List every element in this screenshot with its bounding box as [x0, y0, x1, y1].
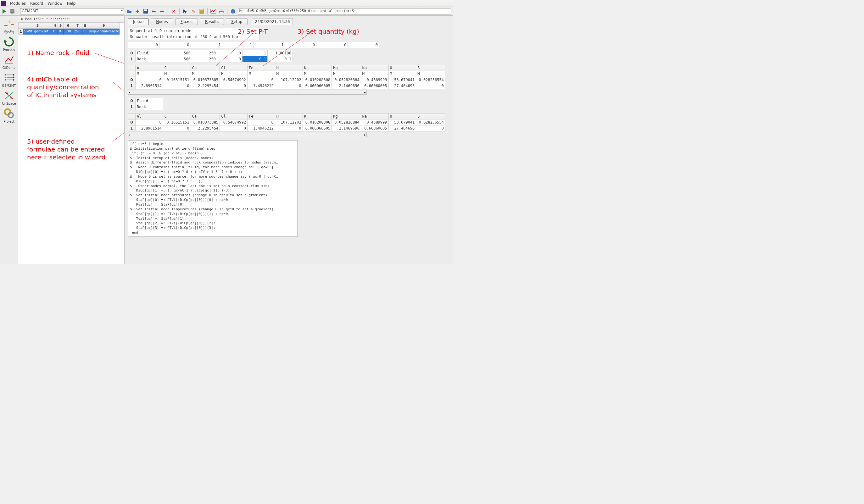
sidebar-label: Project: [3, 120, 14, 123]
separator: [179, 8, 180, 14]
svg-rect-18: [11, 24, 14, 25]
sidebar: SysEq Process GtDemo GEM2MT UnSpace Proj…: [0, 16, 18, 264]
toolbar: GEM2MT + ⬅ ➡ ✕ ✎ i Module5:G:SWB_ge: [0, 7, 453, 16]
add-icon[interactable]: +: [134, 8, 141, 15]
forward-icon[interactable]: ➡: [158, 8, 166, 15]
open-icon[interactable]: [126, 8, 133, 15]
separator: [168, 8, 168, 14]
horizontal-scrollbar[interactable]: ◂▸: [128, 90, 367, 95]
record-header: ✱ Module5:*:*:*:*:*:*:*:: [18, 16, 124, 23]
svg-rect-24: [5, 79, 6, 81]
svg-marker-29: [13, 76, 14, 78]
svg-rect-7: [200, 10, 203, 10]
content-area: 2) Set P-T 3) Set quantity (kg) Initial …: [124, 16, 453, 264]
menu-record[interactable]: Record: [28, 1, 45, 6]
scroll-right-arrow[interactable]: ▸: [364, 90, 366, 94]
chart-icon[interactable]: [210, 8, 217, 15]
svg-rect-17: [4, 25, 8, 26]
sidebar-item-process[interactable]: Process: [1, 36, 17, 53]
svg-rect-11: [220, 10, 223, 11]
svg-rect-5: [144, 10, 147, 11]
sidebar-item-gem2mt[interactable]: GEM2MT: [1, 71, 17, 89]
print-icon[interactable]: [218, 8, 225, 15]
script-box[interactable]: if( ct=0 ) begin $ Initialization part a…: [128, 140, 298, 237]
top-number-row[interactable]: 00111000: [128, 42, 379, 48]
record-panel: ✱ Module5:*:*:*:*:*:*:*: 3456789 1SWB_ge…: [18, 16, 124, 264]
filter-icon[interactable]: ✱: [20, 17, 24, 21]
tab-fluxes[interactable]: Fluxes: [175, 18, 198, 25]
menu-help[interactable]: Help: [65, 1, 77, 6]
delete-icon[interactable]: ✕: [170, 8, 177, 15]
separator: [227, 8, 227, 14]
fluid-rock-table[interactable]: 0Fluid500250011.001961Rock50025000.10.1: [128, 50, 293, 62]
run-icon[interactable]: [1, 8, 8, 15]
sidebar-label: UnSpace: [2, 102, 16, 105]
svg-rect-12: [220, 12, 223, 13]
sidebar-item-gtdemo[interactable]: GtDemo: [1, 53, 17, 71]
tab-results[interactable]: Results: [200, 18, 224, 25]
date-field: 24/03/2021, 13:36: [252, 18, 292, 25]
calculator-icon[interactable]: [198, 8, 205, 15]
sidebar-label: GtDemo: [2, 66, 15, 70]
svg-point-34: [10, 97, 12, 99]
record-columns: 3456789: [18, 23, 124, 29]
back-icon[interactable]: ⬅: [151, 8, 157, 15]
annotation-1: 1) Name rock - fluid: [27, 49, 89, 57]
pointer-icon[interactable]: [182, 8, 189, 15]
svg-rect-23: [5, 77, 6, 78]
svg-point-33: [6, 93, 8, 94]
record-header-label: Module5:*:*:*:*:*:*:*:: [25, 17, 71, 21]
fluid-rock-names-table[interactable]: 0Fluid1Rock: [128, 98, 164, 110]
svg-marker-28: [13, 74, 14, 76]
info-icon[interactable]: i: [230, 8, 237, 15]
tabbar: Initial Nodes Fluxes Results Setup 24/03…: [124, 16, 453, 25]
sidebar-label: SysEq: [4, 30, 13, 34]
svg-text:i: i: [232, 10, 234, 13]
svg-line-37: [94, 53, 124, 66]
annotation-4: 4) mICb table of quantity/concentration …: [27, 75, 99, 99]
sidebar-label: Process: [3, 48, 15, 51]
sidebar-item-unspace[interactable]: UnSpace: [1, 89, 17, 107]
description-box[interactable]: Sequential 1-D reactor mode Seawater-bas…: [128, 28, 260, 40]
desc-line2: Seawater-basalt interaction at 250 C and…: [128, 34, 260, 40]
sidebar-label: GEM2MT: [2, 84, 16, 87]
svg-point-35: [5, 109, 10, 115]
menu-window[interactable]: Window: [46, 1, 64, 6]
app-icon: [1, 1, 6, 6]
ic-table[interactable]: AlCCaClFeHKMgNaOSMMMMMMMMMMM000.16515151…: [128, 65, 445, 89]
svg-line-38: [112, 82, 124, 97]
scroll-left-arrow[interactable]: ◂: [129, 90, 130, 94]
tab-setup[interactable]: Setup: [226, 18, 248, 25]
module-path-field[interactable]: Module5:G:SWB_gem2mt:0:0:500:250:0:seque…: [238, 8, 451, 14]
save-icon[interactable]: [142, 8, 149, 15]
svg-marker-0: [2, 9, 6, 13]
module-combo[interactable]: GEM2MT: [20, 8, 124, 14]
tab-initial[interactable]: Initial: [128, 18, 149, 25]
sidebar-item-project[interactable]: Project: [1, 107, 17, 124]
menu-modules[interactable]: Modules: [8, 1, 28, 6]
wand-icon[interactable]: ✎: [190, 8, 197, 15]
svg-rect-22: [5, 74, 6, 75]
ic-table-2[interactable]: AlCCaClFeHKMgNaOS000.165151510.010373385…: [128, 113, 445, 132]
desc-line1: Sequential 1-D reactor mode: [128, 28, 260, 34]
scroll-left-arrow[interactable]: ◂: [129, 133, 130, 136]
annotation-5: 5) user-defined formulae can be entered …: [27, 138, 105, 161]
scroll-right-arrow[interactable]: ▸: [364, 133, 366, 136]
svg-point-3: [10, 12, 14, 13]
database-icon[interactable]: [9, 8, 16, 15]
horizontal-scrollbar[interactable]: ◂▸: [128, 132, 367, 137]
record-row[interactable]: 1SWB_gem2mt005002500sequential-reactor: [18, 29, 124, 35]
svg-marker-30: [13, 79, 14, 81]
sidebar-item-syseq[interactable]: SysEq: [1, 17, 17, 35]
tab-nodes[interactable]: Nodes: [151, 18, 173, 25]
menubar: Modules Record Window Help: [0, 0, 453, 7]
svg-line-39: [112, 123, 124, 142]
